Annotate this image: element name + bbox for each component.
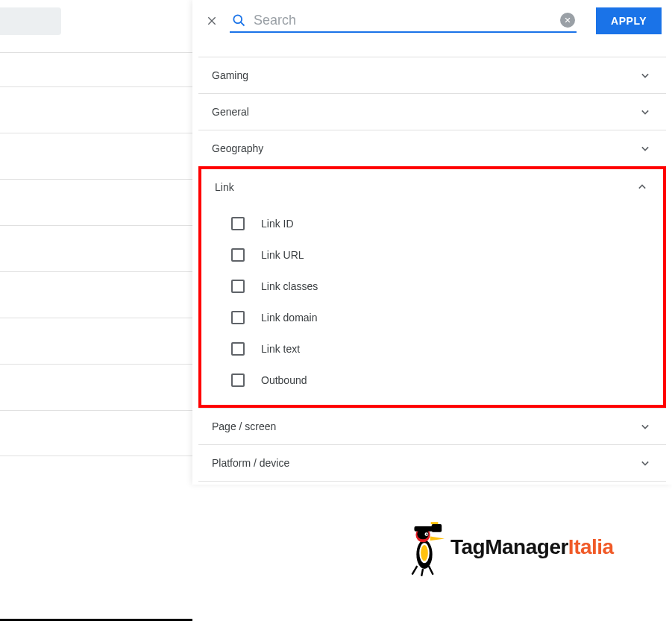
accordion-header-page-screen[interactable]: Page / screen [198,409,666,444]
svg-marker-10 [430,537,445,541]
accordion-section-geography: Geography [198,130,666,166]
checkbox-icon[interactable] [231,248,245,262]
background-selected-pill [0,7,61,35]
panel-header: APPLY [192,0,672,42]
checkbox-icon[interactable] [231,280,245,293]
clear-search-icon[interactable] [560,13,575,28]
accordion-section-link: Link Link ID Link URL Link classes [198,166,666,408]
accordion-label: Platform / device [212,457,289,469]
accordion-section-gaming: Gaming [198,57,666,93]
chevron-up-icon [635,180,650,195]
accordion-section-general: General [198,93,666,130]
accordion-header-gaming[interactable]: Gaming [198,57,666,93]
svg-line-1 [241,22,245,26]
svg-point-4 [421,545,428,561]
logo-text-accent: Italia [568,535,614,558]
option-label: Link classes [261,280,318,292]
chevron-down-icon [638,104,653,119]
close-icon[interactable] [203,12,221,30]
chevron-down-icon [638,455,653,470]
checkbox-icon[interactable] [231,342,245,356]
chevron-down-icon [638,141,653,156]
search-input[interactable] [254,13,553,28]
apply-button[interactable]: APPLY [596,7,662,34]
option-label: Link domain [261,312,318,324]
accordion-header-platform-device[interactable]: Platform / device [198,445,666,481]
option-label: Outbound [261,374,307,386]
woodpecker-icon [403,518,446,576]
checkbox-icon[interactable] [231,311,245,324]
svg-point-12 [426,533,427,535]
svg-rect-8 [432,524,442,532]
panel-body: Gaming General Geography [192,42,672,485]
logo-text-main: TagManager [450,535,568,558]
checkbox-icon[interactable] [231,373,245,387]
filter-panel: APPLY Gaming General Geography [192,0,672,485]
logo-text: TagManagerItalia [450,535,614,559]
background-rows [0,52,192,456]
background-left-panel [0,0,192,621]
accordion-label: Link [215,181,234,193]
search-icon [231,13,246,28]
svg-rect-9 [431,522,439,524]
accordion-label: Page / screen [212,420,276,432]
option-label: Link text [261,343,300,355]
accordion-label: General [212,106,249,118]
chevron-down-icon [638,419,653,434]
accordion-section-platform-device: Platform / device [198,444,666,482]
search-field-wrap [230,10,577,33]
accordion-label: Geography [212,142,263,154]
svg-point-0 [233,15,242,23]
accordion-header-geography[interactable]: Geography [198,130,666,166]
link-option-link-domain[interactable]: Link domain [201,302,663,333]
accordion-label: Gaming [212,69,248,81]
link-option-link-text[interactable]: Link text [201,333,663,365]
link-option-outbound[interactable]: Outbound [201,365,663,396]
accordion-section-page-screen: Page / screen [198,408,666,444]
logo: TagManagerItalia [403,518,614,576]
link-option-link-url[interactable]: Link URL [201,239,663,271]
option-label: Link URL [261,249,304,261]
link-option-link-classes[interactable]: Link classes [201,271,663,302]
accordion-header-general[interactable]: General [198,94,666,130]
chevron-down-icon [638,68,653,83]
checkbox-icon[interactable] [231,217,245,230]
accordion-items-link: Link ID Link URL Link classes Link domai… [201,205,663,405]
accordion-header-link[interactable]: Link [201,169,663,205]
link-option-link-id[interactable]: Link ID [201,208,663,239]
option-label: Link ID [261,218,294,230]
